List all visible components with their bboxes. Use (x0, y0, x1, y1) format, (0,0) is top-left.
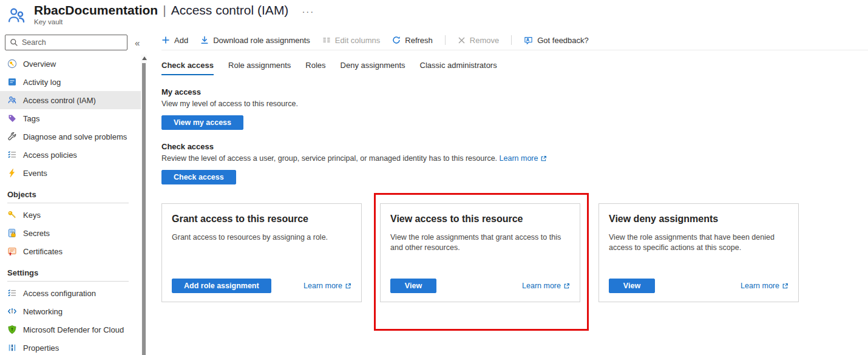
toolbar-separator (445, 35, 446, 45)
networking-icon (7, 306, 17, 316)
refresh-button[interactable]: Refresh (392, 36, 433, 45)
tab-classic-administrators[interactable]: Classic administrators (420, 61, 497, 75)
view-access-learn-more-link[interactable]: Learn more (522, 282, 570, 290)
got-feedback-button[interactable]: Got feedback? (524, 36, 589, 45)
sidebar-item-networking[interactable]: Networking (0, 302, 141, 320)
sidebar-scrollbar-thumb[interactable] (142, 63, 146, 355)
external-link-icon (782, 283, 788, 289)
toolbar-label: Got feedback? (537, 36, 589, 45)
sidebar-item-overview[interactable]: Overview (0, 55, 141, 73)
secret-document-icon (7, 228, 17, 238)
sidebar-item-label: Access control (IAM) (23, 96, 96, 105)
sidebar-item-label: Certificates (23, 247, 63, 256)
search-input[interactable] (22, 38, 123, 47)
search-box[interactable] (5, 35, 127, 50)
edit-columns-button[interactable]: Edit columns (322, 36, 380, 45)
add-role-assignment-button[interactable]: Add role assignment (172, 279, 271, 293)
sidebar-item-label: Networking (23, 307, 63, 316)
grant-access-card: Grant access to this resource Grant acce… (161, 203, 362, 302)
sidebar-item-label: Secrets (23, 229, 50, 238)
sidebar-item-keys[interactable]: Keys (0, 206, 141, 224)
sidebar-search-row: « (5, 35, 141, 50)
remove-button[interactable]: Remove (458, 36, 499, 45)
tab-check-access[interactable]: Check access (161, 61, 214, 75)
learn-more-label: Learn more (500, 154, 538, 163)
toolbar-separator (511, 35, 512, 45)
learn-more-label: Learn more (303, 282, 342, 290)
sidebar-item-events[interactable]: Events (0, 164, 141, 182)
tab-roles[interactable]: Roles (305, 61, 325, 75)
view-deny-assignments-button[interactable]: View (609, 279, 655, 293)
toolbar-label: Download role assignments (213, 36, 310, 45)
download-role-assignments-button[interactable]: Download role assignments (200, 36, 310, 45)
properties-icon (7, 343, 17, 353)
title-separator: | (163, 3, 166, 18)
add-button[interactable]: Add (161, 36, 188, 45)
view-deny-assignments-card: View deny assignments View the role assi… (598, 203, 799, 302)
toolbar-label: Edit columns (335, 36, 380, 45)
sidebar-item-certificates[interactable]: Certificates (0, 242, 141, 260)
my-access-section: My access View my level of access to thi… (161, 87, 868, 130)
lightning-icon (7, 168, 17, 178)
grant-access-learn-more-link[interactable]: Learn more (303, 282, 351, 290)
sidebar-item-access-policies[interactable]: Access policies (0, 146, 141, 164)
wrench-icon (7, 132, 17, 141)
sidebar-item-diagnose[interactable]: Diagnose and solve problems (0, 127, 141, 146)
sidebar-item-secrets[interactable]: Secrets (0, 224, 141, 242)
remove-icon (458, 36, 466, 44)
access-control-icon (6, 5, 27, 26)
sidebar-item-label: Microsoft Defender for Cloud (23, 325, 124, 334)
tags-icon (7, 113, 17, 123)
scrollbar-up-arrow[interactable] (142, 56, 147, 60)
card-description: View the role assignments that have been… (609, 232, 788, 253)
download-icon (200, 36, 209, 44)
sidebar-nav: Overview Activity log (0, 50, 141, 355)
card-description: Grant access to resources by assigning a… (172, 232, 351, 243)
sidebar-item-activity-log[interactable]: Activity log (0, 73, 141, 91)
action-cards: Grant access to this resource Grant acce… (161, 203, 868, 302)
card-description: View the role assignments that grant acc… (390, 232, 570, 253)
tab-deny-assignments[interactable]: Deny assignments (341, 61, 405, 75)
external-link-icon (563, 283, 570, 289)
sidebar-item-label: Access policies (23, 150, 77, 160)
learn-more-label: Learn more (522, 282, 561, 290)
feedback-icon (524, 36, 533, 45)
shield-icon (7, 325, 17, 334)
check-access-learn-more-link[interactable]: Learn more (500, 154, 548, 163)
section-divider (7, 281, 129, 282)
checklist-icon (7, 150, 17, 160)
sidebar-item-access-control-iam[interactable]: Access control (IAM) (0, 91, 141, 109)
external-link-icon (540, 155, 547, 162)
sidebar-item-access-configuration[interactable]: Access configuration (0, 284, 141, 302)
search-icon (10, 38, 18, 47)
sidebar-item-label: Access configuration (23, 289, 96, 298)
toolbar-label: Remove (470, 36, 499, 45)
deny-assignments-learn-more-link[interactable]: Learn more (741, 282, 788, 290)
my-access-title: My access (161, 87, 868, 96)
check-access-description-text: Review the level of access a user, group… (161, 154, 497, 163)
view-access-card: View access to this resource View the ro… (380, 203, 580, 302)
sidebar-item-tags[interactable]: Tags (0, 109, 141, 127)
sidebar-item-defender[interactable]: Microsoft Defender for Cloud (0, 320, 141, 339)
view-access-button[interactable]: View (390, 279, 436, 293)
card-title: View access to this resource (390, 214, 570, 225)
card-footer: Add role assignment Learn more (172, 279, 351, 293)
key-icon (7, 210, 17, 220)
card-title: Grant access to this resource (172, 214, 351, 225)
edit-columns-icon (322, 36, 331, 44)
refresh-icon (392, 36, 401, 44)
tab-role-assignments[interactable]: Role assignments (228, 61, 291, 75)
sidebar-item-properties[interactable]: Properties (0, 339, 141, 355)
view-my-access-button[interactable]: View my access (161, 115, 243, 130)
sidebar-item-label: Properties (23, 343, 59, 353)
check-access-button[interactable]: Check access (161, 170, 236, 184)
sidebar-section-settings: Settings (0, 260, 141, 281)
collapse-sidebar-button[interactable]: « (135, 38, 140, 48)
access-control-icon (7, 95, 17, 105)
external-link-icon (345, 283, 351, 289)
sidebar-item-label: Tags (23, 114, 39, 123)
page-title: RbacDocumentation | Access control (IAM)… (34, 3, 314, 18)
sidebar: « Overview Activity log (0, 30, 141, 355)
my-access-description: View my level of access to this resource… (161, 100, 868, 108)
more-menu-icon[interactable]: ··· (302, 6, 314, 16)
